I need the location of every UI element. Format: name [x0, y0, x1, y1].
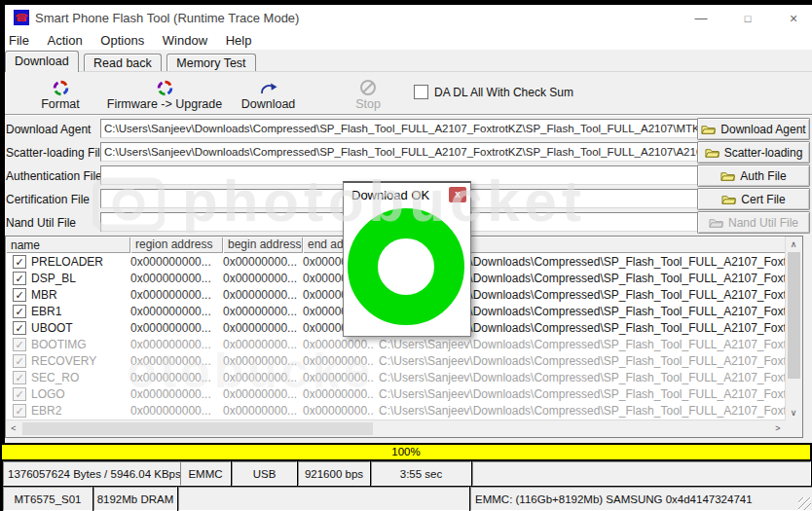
row-checkbox[interactable]: ✓: [13, 272, 26, 285]
scroll-up-icon[interactable]: ∧: [786, 237, 801, 252]
scroll-down-icon[interactable]: ∨: [786, 405, 801, 420]
status-baudrate: 921600 bps: [298, 461, 370, 486]
menu-action[interactable]: Action: [48, 31, 83, 50]
status-dram: 8192Mb DRAM: [93, 487, 177, 511]
firmware-upgrade-label: Firmware -> Upgrade: [102, 97, 227, 111]
download-agent-path-field[interactable]: C:\Users\Sanjeev\Downloads\Compressed\SP…: [100, 119, 700, 138]
format-cycle-icon: [26, 77, 94, 96]
download-ok-dialog: Download OK x: [343, 181, 471, 337]
partition-name: EBR2: [31, 404, 61, 418]
file-path: C:\Users\Sanjeev\Downloads\Compressed\SP…: [374, 371, 786, 384]
menu-window[interactable]: Window: [163, 31, 207, 50]
app-window: ☎ Smart Phone Flash Tool (Runtime Trace …: [0, 0, 812, 511]
scatter-loading-label: Scatter-loading File: [6, 141, 100, 164]
dialog-close-button[interactable]: x: [449, 187, 466, 202]
horizontal-scrollbar[interactable]: < >: [6, 420, 786, 437]
format-button[interactable]: Format: [26, 77, 94, 111]
horizontal-scroll-thumb[interactable]: [22, 422, 373, 435]
row-checkbox[interactable]: ✓: [13, 305, 26, 318]
success-ring-icon: [348, 208, 464, 325]
check-icon: ✓: [15, 274, 23, 283]
close-button[interactable]: ×: [779, 8, 808, 29]
firmware-upgrade-button[interactable]: Firmware -> Upgrade: [102, 77, 227, 111]
region-address: 0x000000000...: [126, 288, 218, 302]
col-region[interactable]: region address: [130, 237, 223, 253]
cert-file-browse-button[interactable]: Cert File: [697, 188, 810, 210]
partition-name: PRELOADER: [31, 255, 103, 269]
phone-icon: ☎: [15, 13, 28, 23]
stop-button: Stop: [336, 77, 400, 111]
row-checkbox[interactable]: ✓: [13, 288, 26, 302]
authentication-file-label: Authentication File: [6, 164, 100, 188]
tab-read-back[interactable]: Read back: [84, 54, 162, 72]
table-row[interactable]: ✓ BOOTIMG 0x000000000... 0x00000000... 0…: [6, 336, 786, 352]
check-icon: ✓: [15, 389, 23, 399]
row-checkbox[interactable]: ✓: [13, 371, 26, 384]
region-address: 0x000000000...: [126, 354, 218, 368]
folder-icon: [705, 147, 720, 159]
menu-options[interactable]: Options: [100, 31, 144, 50]
region-address: 0x000000000...: [126, 305, 218, 318]
scatter-loading-browse-button[interactable]: Scatter-loading: [697, 141, 810, 164]
vertical-scroll-thumb[interactable]: [788, 252, 800, 379]
begin-address: 0x00000000...: [218, 354, 298, 368]
scatter-loading-path-field[interactable]: C:\Users\Sanjeev\Downloads\Compressed\SP…: [100, 142, 700, 162]
nand-util-file-label: Nand Util File: [6, 211, 100, 235]
file-path: C:\Users\Sanjeev\Downloads\Compressed\SP…: [374, 404, 786, 418]
row-checkbox[interactable]: ✓: [13, 338, 26, 351]
begin-address: 0x00000000...: [218, 387, 298, 401]
progress-bar: 100%: [2, 445, 810, 459]
vertical-scrollbar[interactable]: ∧ ∨: [785, 237, 802, 420]
maximize-button[interactable]: □: [733, 8, 762, 29]
row-checkbox[interactable]: ✓: [13, 404, 26, 418]
row-checkbox[interactable]: ✓: [13, 387, 26, 401]
window-title: Smart Phone Flash Tool (Runtime Trace Mo…: [35, 11, 299, 25]
scroll-left-icon[interactable]: <: [6, 420, 21, 436]
download-label: Download: [232, 97, 305, 111]
menu-help[interactable]: Help: [226, 31, 252, 50]
title-bar[interactable]: ☎ Smart Phone Flash Tool (Runtime Trace …: [5, 5, 812, 31]
region-address: 0x000000000...: [126, 404, 218, 418]
check-icon: ✓: [15, 373, 23, 383]
table-row[interactable]: ✓ RECOVERY 0x000000000... 0x00000000... …: [6, 352, 786, 369]
status-area: 100% 1376057624 Bytes / 5946.04 KBps EMM…: [0, 443, 812, 511]
menu-file[interactable]: File: [9, 31, 29, 50]
table-row[interactable]: ✓ LOGO 0x000000000... 0x00000000... 0x00…: [6, 385, 786, 402]
status-elapsed: 3:55 sec: [371, 461, 471, 486]
checkbox-icon[interactable]: [414, 85, 428, 99]
col-begin[interactable]: begin address: [223, 237, 303, 253]
row-checkbox[interactable]: ✓: [13, 255, 26, 269]
resize-grip[interactable]: [798, 497, 811, 510]
minimize-button[interactable]: —: [686, 8, 716, 29]
partition-name: DSP_BL: [31, 272, 76, 285]
begin-address: 0x00000000...: [218, 288, 298, 302]
status-port: USB: [232, 461, 297, 486]
table-row[interactable]: ✓ SEC_RO 0x000000000... 0x00000000... 0x…: [6, 369, 786, 385]
stop-label: Stop: [336, 97, 400, 111]
app-icon: ☎: [14, 10, 29, 25]
firmware-cycle-icon: [102, 77, 227, 96]
tab-memory-test[interactable]: Memory Test: [166, 54, 255, 72]
table-row[interactable]: ✓ EBR2 0x000000000... 0x00000000... 0x00…: [6, 402, 786, 419]
status-emmc-info: EMMC: (116Gb+8192Mb) SAMSUNG 0x4d4147324…: [470, 487, 812, 511]
toolbar: Format Firmware -> Upgrade Download: [5, 71, 812, 115]
tab-download[interactable]: Download: [5, 51, 79, 72]
download-button[interactable]: Download: [232, 77, 305, 111]
row-checkbox[interactable]: ✓: [13, 321, 26, 335]
da-dl-checksum-option[interactable]: DA DL All With Check Sum: [414, 85, 573, 99]
check-icon: ✓: [15, 290, 23, 300]
row-checkbox[interactable]: ✓: [13, 354, 26, 368]
end-address: 0x00000000...: [298, 404, 374, 418]
begin-address: 0x00000000...: [218, 338, 298, 351]
status-empty-1: [472, 461, 811, 486]
auth-file-browse-button[interactable]: Auth File: [697, 164, 810, 187]
da-dl-checksum-label: DA DL All With Check Sum: [434, 86, 573, 99]
region-address: 0x000000000...: [126, 255, 218, 269]
download-agent-browse-button[interactable]: Download Agent: [697, 118, 810, 140]
col-name[interactable]: name: [6, 237, 130, 253]
download-agent-label: Download Agent: [6, 118, 100, 141]
folder-icon: [701, 124, 716, 135]
partition-name: EBR1: [31, 305, 61, 318]
begin-address: 0x00000000...: [218, 305, 298, 318]
scroll-right-icon[interactable]: >: [770, 420, 786, 436]
